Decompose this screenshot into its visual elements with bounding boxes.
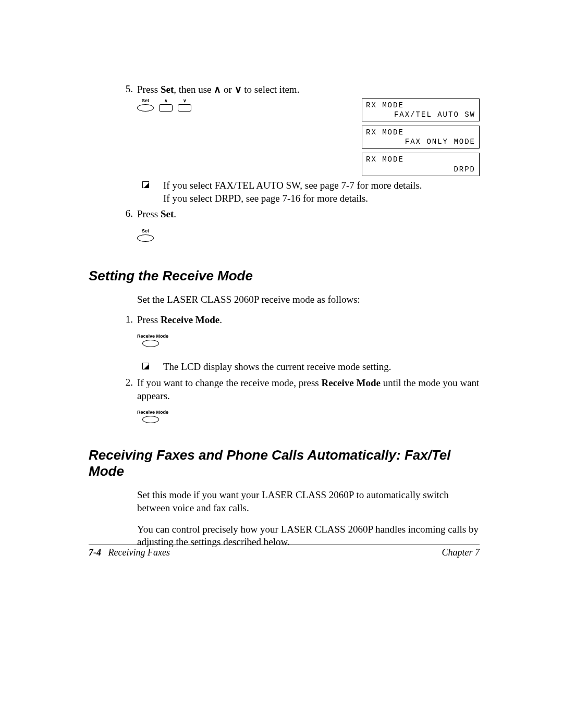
page-number: 7-4 bbox=[89, 547, 101, 558]
page-content: 5. Press Set, then use ∧ or ∨ to select … bbox=[89, 83, 480, 549]
receive-mode-label: Receive Mode bbox=[137, 410, 168, 415]
lcd-line2: FAX/TEL AUTO SW bbox=[366, 110, 475, 119]
rect-button-icon bbox=[159, 104, 173, 112]
bullet-icon bbox=[142, 363, 149, 369]
text: Press bbox=[137, 84, 161, 95]
text: . bbox=[174, 208, 176, 219]
text: If you select FAX/TEL AUTO SW, see page … bbox=[163, 180, 422, 191]
bullet bbox=[137, 179, 163, 205]
section1-step-2: 2. If you want to change the receive mod… bbox=[89, 377, 480, 423]
text: or bbox=[221, 84, 234, 95]
lcd-display: RX MODE FAX/TEL AUTO SW bbox=[362, 98, 480, 121]
heading-fax-tel-mode: Receiving Faxes and Phone Calls Automati… bbox=[89, 447, 480, 479]
receive-mode-bold: Receive Mode bbox=[161, 314, 219, 325]
text: If you want to change the receive mode, … bbox=[137, 377, 321, 388]
set-button-icon: Set bbox=[137, 98, 154, 112]
step-text: Press Receive Mode. Receive Mode bbox=[137, 314, 480, 348]
text: If you select DRPD, see page 7-16 for mo… bbox=[163, 193, 368, 204]
set-label: Set bbox=[142, 229, 149, 233]
step-text: Press Set. Set bbox=[137, 208, 480, 242]
up-arrow-icon: ∧ bbox=[164, 98, 168, 103]
footer-chapter: Chapter 7 bbox=[442, 547, 480, 558]
button-icons: Set ∧ ∨ bbox=[137, 98, 191, 112]
lcd-line2: DRPD bbox=[366, 165, 475, 174]
set-bold: Set bbox=[161, 84, 174, 95]
step-number: 5. bbox=[89, 83, 137, 96]
text: , then use bbox=[174, 84, 214, 95]
receive-mode-bold: Receive Mode bbox=[321, 377, 380, 388]
set-label: Set bbox=[142, 98, 149, 103]
step-5: 5. Press Set, then use ∧ or ∨ to select … bbox=[89, 83, 480, 96]
note-text: The LCD display shows the current receiv… bbox=[163, 361, 480, 374]
lcd-line1: RX MODE bbox=[366, 101, 475, 110]
footer-row: 7-4 Receiving Faxes Chapter 7 bbox=[89, 547, 480, 558]
page-footer: 7-4 Receiving Faxes Chapter 7 bbox=[89, 545, 480, 558]
bullet bbox=[137, 361, 163, 374]
up-button-icon: ∧ bbox=[159, 98, 173, 112]
section1-step-1: 1. Press Receive Mode. Receive Mode bbox=[89, 314, 480, 348]
lcd-line1: RX MODE bbox=[366, 128, 475, 137]
bullet-icon bbox=[142, 181, 149, 188]
oval-button-icon bbox=[142, 340, 159, 347]
footer-rule bbox=[89, 545, 480, 545]
step-number: 2. bbox=[89, 377, 137, 423]
step-6: 6. Press Set. Set bbox=[89, 208, 480, 242]
step-number: 1. bbox=[89, 314, 137, 348]
text: to select item. bbox=[242, 84, 300, 95]
section1-note: The LCD display shows the current receiv… bbox=[137, 361, 480, 374]
section2-p1: Set this mode if you want your LASER CLA… bbox=[137, 489, 480, 514]
lcd-line2: FAX ONLY MODE bbox=[366, 137, 475, 146]
receive-mode-label: Receive Mode bbox=[137, 334, 168, 339]
lcd-line1: RX MODE bbox=[366, 155, 475, 164]
step-text: Press Set, then use ∧ or ∨ to select ite… bbox=[137, 83, 480, 96]
lcd-display: RX MODE DRPD bbox=[362, 153, 480, 176]
step-5-note: If you select FAX/TEL AUTO SW, see page … bbox=[137, 179, 480, 205]
heading-setting-receive-mode: Setting the Receive Mode bbox=[89, 268, 480, 284]
up-arrow-icon: ∧ bbox=[214, 84, 221, 95]
footer-section: Receiving Faxes bbox=[108, 547, 170, 558]
oval-button-icon bbox=[137, 235, 154, 242]
text: Press bbox=[137, 208, 161, 219]
text: . bbox=[219, 314, 222, 325]
lcd-display: RX MODE FAX ONLY MODE bbox=[362, 126, 480, 149]
step-text: If you want to change the receive mode, … bbox=[137, 377, 480, 423]
note-text: If you select FAX/TEL AUTO SW, see page … bbox=[163, 179, 480, 205]
section1-intro: Set the LASER CLASS 2060P receive mode a… bbox=[137, 293, 480, 306]
down-arrow-icon: ∨ bbox=[183, 98, 187, 103]
step-number: 6. bbox=[89, 208, 137, 242]
footer-left: 7-4 Receiving Faxes bbox=[89, 547, 170, 558]
down-button-icon: ∨ bbox=[178, 98, 191, 112]
rect-button-icon bbox=[178, 104, 191, 112]
set-bold: Set bbox=[161, 208, 174, 219]
down-arrow-icon: ∨ bbox=[235, 84, 242, 95]
receive-mode-button-icon: Receive Mode bbox=[137, 410, 168, 423]
oval-button-icon bbox=[142, 416, 159, 423]
text: Press bbox=[137, 314, 161, 325]
lcd-displays: RX MODE FAX/TEL AUTO SW RX MODE FAX ONLY… bbox=[362, 98, 480, 176]
set-button-icon: Set bbox=[137, 229, 154, 242]
oval-button-icon bbox=[137, 104, 154, 112]
receive-mode-button-icon: Receive Mode bbox=[137, 334, 168, 347]
step-5-diagram: Set ∧ ∨ RX MODE FAX/TEL AUTO SW RX MODE … bbox=[137, 98, 480, 176]
